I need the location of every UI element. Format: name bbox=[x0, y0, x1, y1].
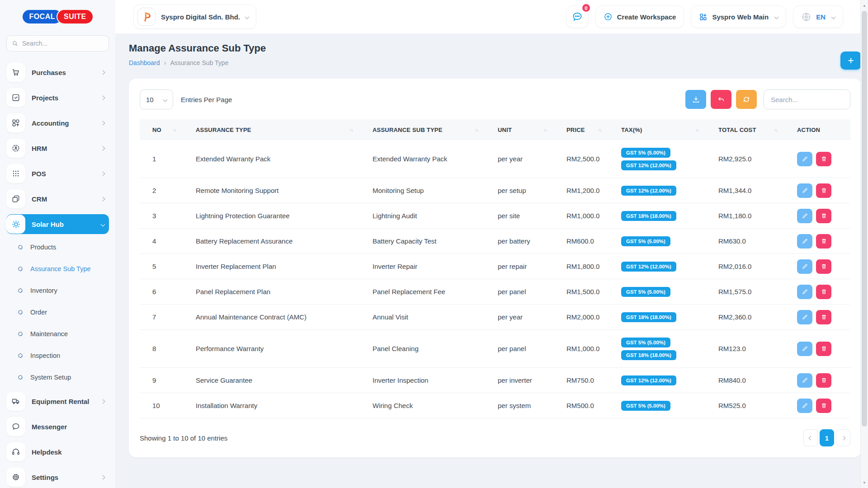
cell-actions bbox=[784, 306, 850, 328]
column-header-no[interactable]: NO↑↓ bbox=[140, 127, 183, 133]
scroll-up-icon[interactable]: ▲ bbox=[861, 2, 868, 9]
sidebar-item-hrm[interactable]: HRM bbox=[6, 138, 109, 158]
edit-button[interactable] bbox=[797, 399, 812, 413]
cell-assurance-sub-type: Panel Replacement Fee bbox=[360, 284, 485, 299]
edit-button[interactable] bbox=[797, 152, 812, 166]
entries-per-page-value: 10 bbox=[146, 96, 154, 103]
edit-button[interactable] bbox=[797, 183, 812, 198]
sidebar-search[interactable]: Search... bbox=[6, 35, 109, 52]
chevron-down-icon bbox=[245, 14, 250, 19]
sidebar-item-pos[interactable]: POS bbox=[6, 164, 109, 183]
delete-button[interactable] bbox=[816, 373, 831, 388]
company-selector[interactable]: Syspro Digital Sdn. Bhd. bbox=[133, 5, 256, 29]
column-header-unit[interactable]: UNIT↑↓ bbox=[485, 127, 554, 133]
column-header-assurance-sub-type[interactable]: ASSURANCE SUB TYPE↑↓ bbox=[360, 127, 485, 133]
edit-button[interactable] bbox=[797, 285, 812, 299]
sidebar-item-accounting[interactable]: Accounting bbox=[6, 113, 109, 133]
edit-button[interactable] bbox=[797, 209, 812, 223]
delete-button[interactable] bbox=[816, 399, 831, 413]
breadcrumb-dashboard[interactable]: Dashboard bbox=[129, 59, 160, 66]
language-selector[interactable]: EN bbox=[793, 5, 843, 28]
chevron-down-icon bbox=[163, 97, 168, 102]
sidebar: FOCAL SUITE Search... PurchasesProjectsA… bbox=[0, 0, 115, 488]
cell-actions bbox=[784, 205, 850, 227]
sidebar-subitem-products[interactable]: Products bbox=[6, 239, 109, 255]
chat-button[interactable]: 0 bbox=[566, 5, 589, 28]
sidebar-item-solar-hub[interactable]: Solar Hub bbox=[6, 214, 109, 234]
workspace-selector[interactable]: Syspro Web Main bbox=[691, 5, 786, 28]
chat-icon bbox=[6, 417, 25, 436]
cell-unit: per system bbox=[485, 398, 554, 413]
delete-button[interactable] bbox=[816, 183, 831, 198]
cell-total-cost: RM840.0 bbox=[706, 373, 784, 388]
sidebar-subitem-system-setup[interactable]: System Setup bbox=[6, 370, 109, 385]
column-header-total-cost[interactable]: TOTAL COST↑↓ bbox=[706, 127, 784, 133]
cell-assurance-type: Installation Warranty bbox=[183, 398, 360, 413]
delete-button[interactable] bbox=[816, 259, 831, 274]
cell-tax: GST 18% (18.00%) bbox=[609, 309, 706, 326]
table-row: 7Annual Maintenance Contract (AMC)Annual… bbox=[140, 305, 850, 330]
sidebar-subitem-maintenance[interactable]: Maintenance bbox=[6, 326, 109, 342]
sidebar-item-purchases[interactable]: Purchases bbox=[6, 62, 109, 82]
cart-icon bbox=[6, 63, 25, 82]
sidebar-item-crm[interactable]: CRM bbox=[6, 189, 109, 209]
bullet-icon bbox=[17, 309, 24, 315]
delete-button[interactable] bbox=[816, 234, 831, 249]
column-header-price[interactable]: PRICE↑↓ bbox=[554, 127, 609, 133]
create-workspace-button[interactable]: Create Workspace bbox=[595, 5, 684, 28]
cell-tax: GST 5% (5.00%) bbox=[609, 397, 706, 414]
cell-unit: per site bbox=[485, 208, 554, 223]
add-button[interactable]: + bbox=[840, 52, 861, 70]
sidebar-item-messenger[interactable]: Messenger bbox=[6, 417, 109, 436]
cell-price: RM1,000.0 bbox=[554, 341, 609, 356]
workspace-name: Syspro Web Main bbox=[712, 13, 769, 21]
column-header-tax[interactable]: TAX(%)↑↓ bbox=[609, 127, 706, 133]
sidebar-item-helpdesk[interactable]: Helpdesk bbox=[6, 442, 109, 462]
bullet-icon bbox=[17, 287, 24, 294]
sidebar-subitem-assurance-sub-type[interactable]: Assurance Sub Type bbox=[6, 261, 109, 277]
column-header-assurance-type[interactable]: ASSURANCE TYPE↑↓ bbox=[183, 127, 360, 133]
search-icon bbox=[12, 40, 19, 47]
refresh-button[interactable] bbox=[736, 90, 757, 109]
edit-button[interactable] bbox=[797, 234, 812, 249]
sidebar-item-settings[interactable]: Settings bbox=[6, 467, 109, 487]
next-page-button[interactable] bbox=[836, 429, 850, 446]
chevron-right-icon bbox=[841, 436, 845, 440]
table-row: 10Installation WarrantyWiring Checkper s… bbox=[140, 393, 850, 418]
sidebar-item-equipment-rental[interactable]: Equipment Rental bbox=[6, 391, 109, 411]
chevron-right-icon bbox=[101, 70, 105, 75]
sidebar-subitem-order[interactable]: Order bbox=[6, 305, 109, 320]
scrollbar-thumb[interactable] bbox=[862, 11, 867, 427]
cell-assurance-type: Remote Monitoring Support bbox=[183, 183, 360, 198]
overlap-squares-icon bbox=[6, 189, 25, 208]
refresh-icon bbox=[742, 95, 750, 103]
delete-button[interactable] bbox=[816, 342, 831, 356]
sidebar-subitem-inventory[interactable]: Inventory bbox=[6, 283, 109, 298]
edit-button[interactable] bbox=[797, 342, 812, 356]
table-search-input[interactable] bbox=[764, 89, 850, 109]
export-button[interactable] bbox=[685, 90, 706, 109]
delete-button[interactable] bbox=[816, 310, 831, 324]
company-name: Syspro Digital Sdn. Bhd. bbox=[161, 13, 240, 21]
scroll-down-icon[interactable]: ▼ bbox=[861, 479, 868, 486]
delete-button[interactable] bbox=[816, 285, 831, 299]
page-1-button[interactable]: 1 bbox=[820, 429, 834, 446]
undo-button[interactable] bbox=[711, 90, 731, 109]
cell-total-cost: RM525.0 bbox=[706, 398, 784, 413]
edit-button[interactable] bbox=[797, 310, 812, 324]
sidebar-subitem-label: Inspection bbox=[30, 352, 60, 359]
window-scrollbar[interactable]: ▲ ▼ bbox=[860, 0, 868, 488]
delete-button[interactable] bbox=[816, 152, 831, 166]
sidebar-subitem-inspection[interactable]: Inspection bbox=[6, 348, 109, 363]
prev-page-button[interactable] bbox=[803, 429, 818, 446]
tax-badge: GST 12% (12.00%) bbox=[621, 160, 676, 170]
trash-icon bbox=[821, 314, 827, 320]
entries-per-page-select[interactable]: 10 bbox=[140, 89, 173, 109]
cell-tax: GST 18% (18.00%) bbox=[609, 207, 706, 225]
cell-assurance-sub-type: Wiring Check bbox=[360, 398, 485, 413]
sidebar-item-projects[interactable]: Projects bbox=[6, 88, 109, 108]
delete-button[interactable] bbox=[816, 209, 831, 223]
edit-button[interactable] bbox=[797, 373, 812, 388]
table-body: 1Extended Warranty PackExtended Warranty… bbox=[140, 140, 850, 418]
edit-button[interactable] bbox=[797, 259, 812, 274]
